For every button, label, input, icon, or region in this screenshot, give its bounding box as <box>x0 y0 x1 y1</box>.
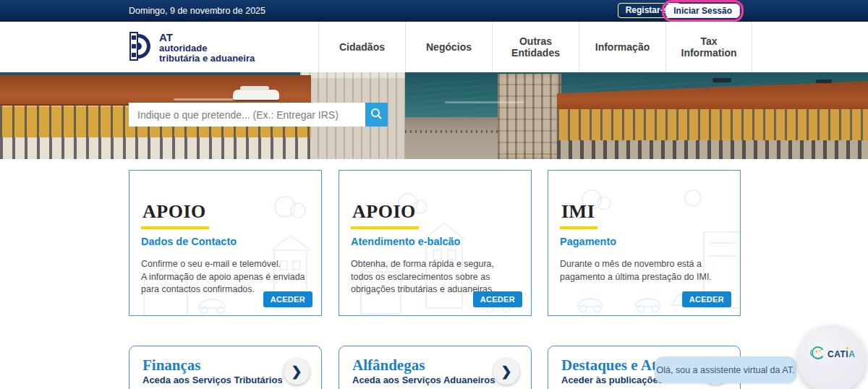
aceder-button[interactable]: ACEDER <box>473 291 522 307</box>
hero-building-right <box>557 81 868 159</box>
annotation-highlight: Iniciar Sessão <box>662 0 744 22</box>
chevron-right-icon[interactable]: ❯ <box>493 359 519 385</box>
card-imi-pagamento: IMI Pagamento Durante o mês de novembro … <box>548 170 741 316</box>
card-subtitle: Pagamento <box>560 236 728 247</box>
card-subtitle: Dados de Contacto <box>141 236 310 247</box>
catia-icon <box>810 345 826 364</box>
at-logo[interactable]: AT autoridade tributária e aduaneira <box>129 31 255 64</box>
login-button[interactable]: Iniciar Sessão <box>665 4 740 18</box>
quicklink-financas[interactable]: Finanças Aceda aos Serviços Tributários … <box>129 346 322 389</box>
hero-ferry <box>233 90 279 100</box>
quicklink-subtitle: Aceda aos Serviços Aduaneiros <box>352 375 518 385</box>
at-logo-text: AT autoridade tributária e aduaneira <box>159 32 255 63</box>
chat-greeting-bubble: Olá, sou a assistente virtual da AT. <box>655 356 796 383</box>
card-apoio-dados-contacto: APOIO Dados de Contacto Confirme o seu e… <box>129 170 322 316</box>
quicklink-subtitle: Aceda aos Serviços Tributários <box>142 375 308 385</box>
card-title: IMI <box>560 202 597 229</box>
nav-item-outras-entidades[interactable]: Outras Entidades <box>492 22 579 72</box>
nav-item-negocios[interactable]: Negócios <box>405 22 492 72</box>
search-button[interactable] <box>365 103 388 127</box>
card-body: Durante o mês de novembro está a pagamen… <box>560 258 728 283</box>
card-subtitle: Atendimento e-balcão <box>351 236 519 247</box>
hero-boat <box>712 78 731 82</box>
site-header: AT autoridade tributária e aduaneira Cid… <box>0 22 868 72</box>
nav-item-cidadaos[interactable]: Cidadãos <box>318 22 405 72</box>
quicklink-alfandegas[interactable]: Alfândegas Aceda aos Serviços Aduaneiros… <box>339 346 532 389</box>
catia-assistant-button[interactable]: CATIA <box>798 325 866 389</box>
hero-banner <box>0 72 868 159</box>
at-logo-mark-icon <box>129 31 153 64</box>
nav-item-informacao[interactable]: Informação <box>579 22 665 72</box>
current-date: Domingo, 9 de novembro de 2025 <box>129 0 265 22</box>
hero-boat <box>816 80 832 83</box>
chat-greeting-text: Olá, sou a assistente virtual da AT. <box>657 365 795 375</box>
top-bar: Domingo, 9 de novembro de 2025 Registar-… <box>0 0 868 22</box>
catia-logo: CATIA <box>810 345 855 364</box>
chevron-right-icon[interactable]: ❯ <box>284 359 310 385</box>
aceder-button[interactable]: ACEDER <box>682 291 731 307</box>
main-nav: Cidadãos Negócios Outras Entidades Infor… <box>318 22 752 72</box>
aceder-button[interactable]: ACEDER <box>263 291 312 307</box>
card-body: Obtenha, de forma rápida e segura, todos… <box>351 258 519 296</box>
search-icon <box>370 108 383 122</box>
card-title: APOIO <box>351 202 419 229</box>
card-title: APOIO <box>141 202 209 229</box>
hero-tower <box>498 74 561 159</box>
card-apoio-ebalcao: APOIO Atendimento e-balcão Obtenha, de f… <box>339 170 532 316</box>
search-input[interactable] <box>129 103 365 127</box>
nav-item-tax-information[interactable]: Tax Information <box>665 22 752 72</box>
card-body: Confirme o seu e-mail e telemóvel. A inf… <box>141 258 310 296</box>
